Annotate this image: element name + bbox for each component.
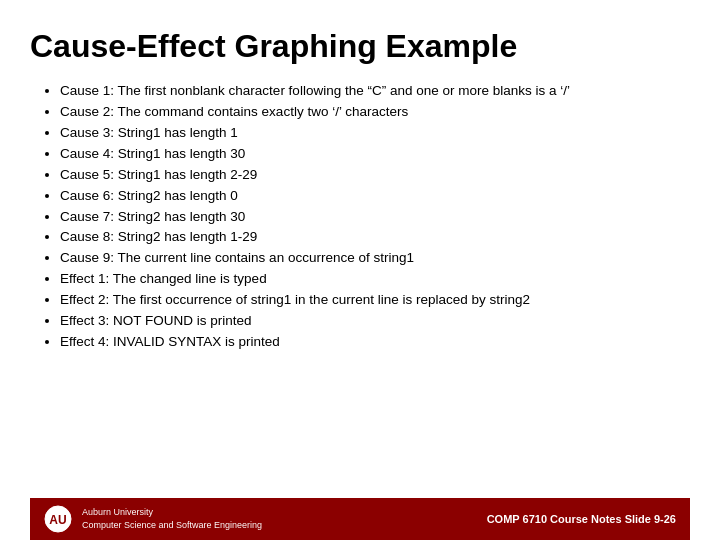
footer-department: Computer Science and Software Engineerin… <box>82 519 262 532</box>
svg-text:AU: AU <box>49 513 66 527</box>
list-item: Cause 3: String1 has length 1 <box>60 123 690 144</box>
slide-content: Cause 1: The first nonblank character fo… <box>30 81 690 498</box>
list-item: Cause 6: String2 has length 0 <box>60 186 690 207</box>
list-item: Effect 1: The changed line is typed <box>60 269 690 290</box>
footer-left: AU Auburn University Computer Science an… <box>44 505 262 533</box>
bullet-list: Cause 1: The first nonblank character fo… <box>40 81 690 353</box>
list-item: Cause 7: String2 has length 30 <box>60 207 690 228</box>
list-item: Cause 8: String2 has length 1-29 <box>60 227 690 248</box>
list-item: Cause 2: The command contains exactly tw… <box>60 102 690 123</box>
list-item: Cause 4: String1 has length 30 <box>60 144 690 165</box>
footer-course: COMP 6710 Course Notes Slide 9-26 <box>487 513 676 525</box>
list-item: Effect 3: NOT FOUND is printed <box>60 311 690 332</box>
slide: Cause-Effect Graphing Example Cause 1: T… <box>0 0 720 540</box>
list-item: Effect 4: INVALID SYNTAX is printed <box>60 332 690 353</box>
list-item: Cause 9: The current line contains an oc… <box>60 248 690 269</box>
auburn-logo: AU <box>44 505 72 533</box>
list-item: Cause 1: The first nonblank character fo… <box>60 81 690 102</box>
footer-university-info: Auburn University Computer Science and S… <box>82 506 262 531</box>
footer-university: Auburn University <box>82 506 262 519</box>
slide-footer: AU Auburn University Computer Science an… <box>30 498 690 540</box>
slide-title: Cause-Effect Graphing Example <box>30 28 690 65</box>
list-item: Effect 2: The first occurrence of string… <box>60 290 690 311</box>
list-item: Cause 5: String1 has length 2-29 <box>60 165 690 186</box>
